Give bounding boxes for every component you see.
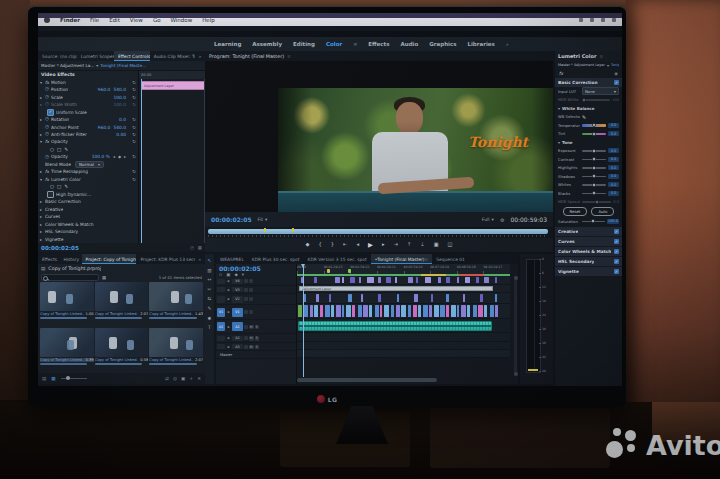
settings-wrench-icon[interactable]: ⚙	[500, 217, 504, 223]
workspace-tab-libraries[interactable]: Libraries	[467, 41, 494, 47]
sequence-marker-icon[interactable]	[327, 269, 330, 273]
rect-mask-icon[interactable]: □	[57, 184, 61, 189]
scrubber-bar[interactable]	[208, 229, 548, 234]
hand-tool[interactable]: ✱	[208, 317, 212, 322]
track-lane-a3[interactable]	[297, 342, 510, 350]
clip-name[interactable]: Copy of Tonight Linked...	[149, 312, 193, 316]
checkbox-icon[interactable]: ✓	[47, 109, 54, 116]
panel-menu-icon[interactable]: ≡	[353, 41, 357, 47]
source-patch[interactable]: A1	[217, 322, 225, 331]
video-clip[interactable]	[369, 305, 372, 317]
slider[interactable]	[582, 167, 606, 169]
slider-knob[interactable]	[592, 157, 596, 161]
panel-menu-icon[interactable]: ≡	[287, 54, 291, 59]
video-clip[interactable]	[303, 305, 308, 317]
slider-knob[interactable]	[592, 132, 596, 136]
mark-out-button[interactable]: }	[331, 242, 334, 247]
workspace-overflow-icon[interactable]: »	[506, 41, 509, 47]
track-lane-v2[interactable]	[297, 293, 510, 304]
add-marker-button[interactable]: ◆	[305, 242, 309, 247]
panel-menu-icon[interactable]: ≡	[599, 54, 603, 59]
ellipse-mask-icon[interactable]: ○	[50, 147, 54, 152]
video-clip[interactable]	[314, 277, 317, 283]
extract-button[interactable]: ⇣	[420, 242, 424, 247]
video-clip[interactable]	[346, 305, 351, 317]
track-output-eye-icon[interactable]	[249, 297, 253, 301]
video-clip[interactable]	[438, 277, 441, 283]
go-to-out-button[interactable]: ⇥	[394, 242, 398, 247]
ripple-edit-tool[interactable]: ↔	[208, 278, 212, 283]
video-clip[interactable]	[380, 305, 382, 317]
param-value[interactable]: 540.0	[113, 87, 126, 92]
reset-button[interactable]: Reset	[563, 207, 588, 216]
section-color-wheels---match[interactable]: Color Wheels & Match✓	[555, 247, 622, 256]
sequence-tab[interactable]: KDR Version 3 15 sec. spot	[304, 254, 371, 264]
lock-icon[interactable]: ▪	[226, 310, 231, 314]
video-clip[interactable]	[416, 277, 418, 283]
slider-value[interactable]: 0.0	[608, 165, 619, 170]
panel-tab[interactable]: Source: (no clip)	[38, 51, 77, 61]
sync-lock-icon[interactable]	[244, 345, 248, 349]
battery-icon[interactable]	[590, 18, 594, 22]
sync-lock-icon[interactable]	[244, 297, 248, 301]
video-clip[interactable]	[335, 277, 339, 283]
effect-motion[interactable]: ▾fxMotion↻	[38, 78, 138, 85]
video-clip[interactable]	[384, 305, 389, 317]
video-clip[interactable]	[418, 305, 420, 317]
slider[interactable]	[582, 176, 606, 178]
slider-knob[interactable]	[592, 123, 596, 127]
razor-tool[interactable]: ✂	[208, 288, 212, 293]
video-clip[interactable]	[461, 305, 466, 317]
video-clip[interactable]	[298, 305, 302, 317]
video-clip[interactable]	[478, 305, 483, 317]
panel-tab[interactable]: Effects	[38, 254, 59, 264]
video-clip[interactable]	[473, 305, 477, 317]
sequence-clip-label[interactable]: Tonight (Final Master) * Adjustm...	[611, 63, 619, 67]
source-patch[interactable]	[217, 344, 225, 349]
video-clip[interactable]	[336, 305, 340, 317]
lock-icon[interactable]: ▪	[226, 297, 231, 301]
clip-thumbnail[interactable]	[95, 282, 149, 311]
effect-controls-timecode[interactable]: 00:00:02:05	[41, 245, 79, 251]
video-clip[interactable]	[434, 305, 438, 317]
keyframe-prev-icon[interactable]: ◂	[113, 154, 115, 159]
program-scrubber[interactable]	[205, 227, 553, 238]
track-header-a2[interactable]: ▪A2MS	[216, 334, 296, 343]
sync-lock-icon[interactable]	[244, 325, 248, 329]
video-clip[interactable]	[446, 277, 450, 283]
workspace-tab-color[interactable]: Color	[326, 41, 342, 47]
section-curves[interactable]: Curves✓	[555, 237, 622, 246]
video-clip[interactable]	[397, 294, 399, 302]
video-clip[interactable]	[463, 294, 465, 302]
video-clip[interactable]	[342, 277, 344, 283]
bypass-icon[interactable]: ◉	[614, 71, 618, 76]
video-clip[interactable]	[391, 305, 394, 317]
track-name[interactable]: A2	[232, 336, 243, 342]
reset-param-icon[interactable]: ↻	[132, 102, 136, 107]
reset-effect-icon[interactable]: ↻	[132, 139, 136, 144]
slider-value[interactable]: 0.0	[608, 123, 619, 128]
video-clip[interactable]	[329, 294, 331, 302]
workspace-tab-learning[interactable]: Learning	[214, 41, 241, 47]
sequence-tab[interactable]: KDR Plus 30 sec. spot	[248, 254, 304, 264]
track-lane-v1[interactable]	[297, 304, 510, 319]
video-clip[interactable]	[457, 277, 459, 283]
reset-effect-icon[interactable]: ↻	[132, 177, 136, 182]
slider[interactable]	[582, 201, 611, 203]
clip-name[interactable]: Copy of Tonight Linked...	[95, 358, 139, 362]
video-clip[interactable]	[431, 294, 433, 302]
spotlight-icon[interactable]	[601, 18, 605, 22]
timeline-vertical-scrollbar[interactable]	[514, 276, 517, 376]
effect-controls-mini-timeline[interactable]: 00:00 Adjustment Layer	[138, 71, 205, 243]
param-value[interactable]: 960.0	[98, 125, 111, 130]
video-clip[interactable]	[408, 305, 411, 317]
tone-header[interactable]: ▾ Tone	[555, 138, 622, 147]
play-button[interactable]: ▶	[368, 242, 373, 248]
mute-button[interactable]: M	[249, 345, 254, 350]
slider-knob[interactable]	[592, 174, 596, 178]
source-patch[interactable]	[217, 296, 225, 303]
search-input[interactable]	[41, 274, 99, 282]
video-clip[interactable]	[361, 294, 363, 302]
video-clip[interactable]	[378, 277, 381, 283]
find-icon[interactable]: ◎	[173, 376, 177, 381]
